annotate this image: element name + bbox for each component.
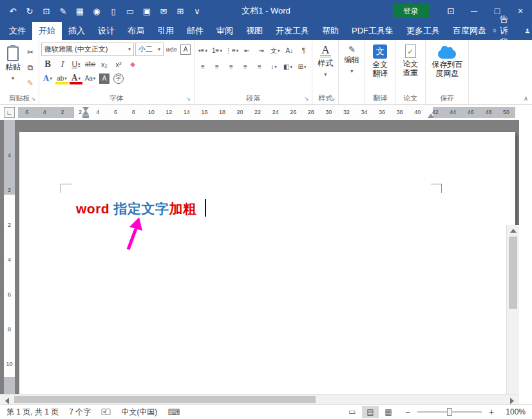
editing-button[interactable]: ✎ 编辑 (341, 43, 363, 77)
minimize-button[interactable]: ─ (462, 0, 486, 22)
ribbon-display-options-icon[interactable]: ⊡ (439, 0, 462, 22)
customize-qat-icon[interactable]: ∨ (189, 3, 205, 19)
text-highlight-button[interactable]: ab (55, 75, 68, 84)
font-size-select[interactable]: 小二 (135, 43, 164, 56)
enclose-characters-button[interactable]: 字 (113, 73, 124, 84)
word-count[interactable]: 7 个字 (69, 407, 91, 418)
justify-button[interactable]: ≡ (239, 61, 252, 73)
align-right-button[interactable]: ≡ (225, 61, 238, 73)
hanging-indent-marker[interactable] (82, 110, 89, 115)
page-indicator[interactable]: 第 1 页, 共 1 页 (6, 407, 59, 418)
align-left-button[interactable]: ≡ (196, 61, 209, 73)
paste-button[interactable]: 粘贴 (2, 43, 24, 84)
full-translate-button[interactable]: 文 全文翻译 (367, 43, 393, 80)
dialog-launcher-icon[interactable] (29, 95, 37, 103)
keyboard-icon[interactable]: ⌨ (167, 407, 180, 417)
zoom-slider[interactable] (417, 411, 482, 413)
tab-references[interactable]: 引用 (151, 22, 180, 40)
tab-mailings[interactable]: 邮件 (180, 22, 210, 40)
zoom-out-button[interactable]: − (403, 407, 412, 417)
right-indent-marker[interactable] (428, 113, 434, 118)
font-color-button[interactable]: A (70, 75, 82, 84)
scroll-right-icon[interactable] (510, 398, 514, 404)
bullets-button[interactable]: •≡ (196, 44, 209, 57)
scroll-up-icon[interactable] (510, 229, 517, 233)
shading-button[interactable]: ◧ (281, 61, 294, 73)
tab-layout[interactable]: 布局 (121, 22, 151, 40)
table-icon[interactable]: ▦ (72, 3, 88, 19)
superscript-button[interactable]: x² (112, 58, 125, 70)
redo-icon[interactable]: ↻ (22, 3, 37, 19)
email-icon[interactable]: ✉ (156, 3, 171, 19)
subscript-button[interactable]: x₂ (98, 58, 111, 70)
tab-view[interactable]: 视图 (240, 22, 269, 40)
web-layout-button[interactable]: ▦ (380, 406, 397, 418)
quick-print-icon[interactable]: ⊞ (173, 3, 188, 19)
tab-pdf-tools[interactable]: PDF工具集 (345, 22, 400, 40)
save-to-baidu-button[interactable]: 保存到百度网盘 (428, 43, 466, 80)
close-button[interactable]: × (509, 0, 532, 22)
undo-icon[interactable]: ↶ (5, 3, 21, 19)
vertical-ruler[interactable]: 42246810 (4, 120, 15, 394)
horizontal-ruler[interactable]: 6422468101214161820222426283032343638404… (18, 107, 515, 118)
document-page[interactable]: word 指定文字加粗 (19, 132, 515, 394)
multilevel-list-button[interactable]: ⋮≡ (225, 44, 239, 57)
tab-developer[interactable]: 开发工具 (269, 22, 316, 40)
tab-design[interactable]: 设计 (91, 22, 121, 40)
tab-home[interactable]: 开始 (32, 22, 62, 40)
pen-icon[interactable]: ✎ (55, 3, 71, 19)
styles-button[interactable]: A 样式 (314, 43, 336, 80)
phonetic-guide-button[interactable]: wén (165, 43, 178, 55)
copy-icon[interactable]: ⧉ (24, 61, 37, 73)
record-icon[interactable]: ◉ (89, 3, 104, 19)
save-icon[interactable]: ▣ (139, 3, 155, 19)
format-painter-icon[interactable]: ✎ (24, 77, 37, 89)
decrease-indent-button[interactable]: ⇤ (240, 44, 253, 57)
change-case-button[interactable]: Aa (84, 72, 97, 84)
tab-help[interactable]: 帮助 (316, 22, 345, 40)
proofing-icon[interactable] (101, 408, 111, 416)
borders-button[interactable]: ⊞ (296, 61, 309, 73)
strikethrough-button[interactable]: abe (84, 58, 97, 70)
show-marks-button[interactable]: ¶ (297, 44, 310, 57)
new-document-icon[interactable]: ▯ (106, 3, 121, 19)
text-effects-button[interactable]: A (41, 72, 54, 84)
zoom-slider-thumb[interactable] (447, 408, 452, 416)
read-mode-button[interactable]: ▭ (344, 406, 361, 418)
print-layout-button[interactable]: ▤ (362, 406, 379, 418)
print-preview-icon[interactable]: ⊡ (39, 3, 54, 19)
horizontal-scroll-thumb[interactable] (14, 396, 316, 403)
underline-button[interactable]: U (70, 58, 82, 70)
eraser-button[interactable]: ◆ (126, 58, 139, 70)
line-spacing-button[interactable]: ↕ (267, 61, 280, 73)
dialog-launcher-icon[interactable] (328, 95, 337, 103)
tab-stop-selector[interactable] (4, 107, 15, 118)
asian-layout-button[interactable]: 文 (269, 44, 281, 57)
font-name-select[interactable]: 微软雅黑 (中文正文) (41, 43, 134, 56)
numbering-button[interactable]: 1≡ (211, 44, 223, 57)
zoom-in-button[interactable]: + (487, 407, 496, 417)
share-button[interactable]: 共享 (525, 19, 532, 43)
open-icon[interactable]: ▭ (122, 3, 138, 19)
login-button[interactable]: 登录 (393, 4, 429, 18)
tab-review[interactable]: 审阅 (210, 22, 240, 40)
increase-indent-button[interactable]: ⇥ (254, 44, 267, 57)
maximize-button[interactable]: □ (486, 0, 509, 22)
align-center-button[interactable]: ≡ (211, 61, 223, 73)
vertical-scroll-thumb[interactable] (509, 237, 517, 309)
dialog-launcher-icon[interactable] (184, 95, 193, 103)
scroll-left-icon[interactable] (5, 398, 9, 404)
distribute-button[interactable]: ≡ (253, 61, 266, 73)
tab-more-tools[interactable]: 更多工具 (400, 22, 446, 40)
tab-insert[interactable]: 插入 (62, 22, 91, 40)
character-border-button[interactable]: A (180, 44, 191, 55)
zoom-percentage[interactable]: 100% (502, 407, 526, 416)
bold-button[interactable]: B (41, 58, 54, 70)
horizontal-scrollbar[interactable] (0, 394, 519, 404)
tab-baidu-netdisk[interactable]: 百度网盘 (446, 22, 493, 40)
paper-check-button[interactable]: ✓ 论文查重 (397, 43, 423, 79)
left-indent-marker[interactable] (82, 115, 89, 118)
language-indicator[interactable]: 中文(中国) (121, 407, 157, 418)
italic-button[interactable]: I (55, 58, 68, 70)
dialog-launcher-icon[interactable] (302, 95, 310, 103)
